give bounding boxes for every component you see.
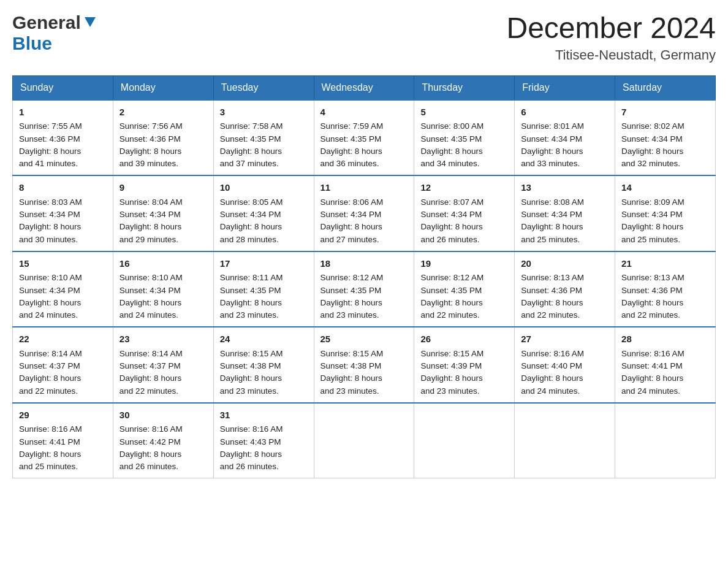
calendar-week-row: 22Sunrise: 8:14 AMSunset: 4:37 PMDayligh… xyxy=(13,327,716,403)
calendar-cell: 30Sunrise: 8:16 AMSunset: 4:42 PMDayligh… xyxy=(113,403,213,478)
calendar-week-row: 8Sunrise: 8:03 AMSunset: 4:34 PMDaylight… xyxy=(13,175,716,251)
day-number: 27 xyxy=(521,332,609,347)
calendar-cell: 26Sunrise: 8:15 AMSunset: 4:39 PMDayligh… xyxy=(414,327,515,403)
calendar-cell: 5Sunrise: 8:00 AMSunset: 4:35 PMDaylight… xyxy=(414,100,515,176)
day-number: 8 xyxy=(19,181,107,195)
day-number: 5 xyxy=(420,105,508,120)
day-number: 23 xyxy=(119,332,207,347)
page-header: General Blue December 2024 Titisee-Neust… xyxy=(12,12,716,63)
logo-general-text: General xyxy=(12,12,81,33)
day-number: 24 xyxy=(220,332,308,347)
calendar-cell: 27Sunrise: 8:16 AMSunset: 4:40 PMDayligh… xyxy=(515,327,615,403)
calendar-cell: 18Sunrise: 8:12 AMSunset: 4:35 PMDayligh… xyxy=(314,251,414,327)
calendar-cell: 4Sunrise: 7:59 AMSunset: 4:35 PMDaylight… xyxy=(314,100,414,176)
calendar-cell xyxy=(314,403,414,478)
calendar-cell: 13Sunrise: 8:08 AMSunset: 4:34 PMDayligh… xyxy=(515,175,615,251)
day-number: 10 xyxy=(220,181,308,195)
location-title: Titisee-Neustadt, Germany xyxy=(506,47,716,63)
day-number: 1 xyxy=(19,105,107,120)
day-number: 7 xyxy=(621,105,709,120)
calendar-header-row: SundayMondayTuesdayWednesdayThursdayFrid… xyxy=(13,75,716,100)
day-number: 14 xyxy=(621,181,709,195)
day-number: 30 xyxy=(119,408,207,423)
calendar-cell xyxy=(615,403,716,478)
calendar-table: SundayMondayTuesdayWednesdayThursdayFrid… xyxy=(12,75,716,479)
svg-marker-0 xyxy=(85,17,96,27)
calendar-header-tuesday: Tuesday xyxy=(213,75,314,100)
calendar-header-sunday: Sunday xyxy=(13,75,113,100)
day-number: 17 xyxy=(220,257,308,271)
calendar-cell: 8Sunrise: 8:03 AMSunset: 4:34 PMDaylight… xyxy=(13,175,113,251)
calendar-week-row: 29Sunrise: 8:16 AMSunset: 4:41 PMDayligh… xyxy=(13,403,716,478)
logo-blue-text: Blue xyxy=(12,33,52,53)
calendar-cell: 14Sunrise: 8:09 AMSunset: 4:34 PMDayligh… xyxy=(615,175,716,251)
day-number: 3 xyxy=(220,105,308,120)
day-number: 9 xyxy=(119,181,207,195)
calendar-cell: 9Sunrise: 8:04 AMSunset: 4:34 PMDaylight… xyxy=(113,175,213,251)
calendar-cell: 25Sunrise: 8:15 AMSunset: 4:38 PMDayligh… xyxy=(314,327,414,403)
calendar-header-wednesday: Wednesday xyxy=(314,75,414,100)
calendar-cell xyxy=(515,403,615,478)
logo-arrow-icon xyxy=(83,15,97,31)
calendar-header-friday: Friday xyxy=(515,75,615,100)
calendar-cell: 3Sunrise: 7:58 AMSunset: 4:35 PMDaylight… xyxy=(213,100,314,176)
day-number: 19 xyxy=(420,257,508,271)
calendar-cell: 15Sunrise: 8:10 AMSunset: 4:34 PMDayligh… xyxy=(13,251,113,327)
day-number: 15 xyxy=(19,257,107,271)
day-number: 18 xyxy=(320,257,408,271)
day-number: 4 xyxy=(320,105,408,120)
title-section: December 2024 Titisee-Neustadt, Germany xyxy=(506,12,716,63)
calendar-cell xyxy=(414,403,515,478)
day-number: 25 xyxy=(320,332,408,347)
day-number: 2 xyxy=(119,105,207,120)
day-number: 26 xyxy=(420,332,508,347)
calendar-cell: 11Sunrise: 8:06 AMSunset: 4:34 PMDayligh… xyxy=(314,175,414,251)
day-number: 28 xyxy=(621,332,709,347)
calendar-cell: 6Sunrise: 8:01 AMSunset: 4:34 PMDaylight… xyxy=(515,100,615,176)
calendar-header-saturday: Saturday xyxy=(615,75,716,100)
day-number: 31 xyxy=(220,408,308,423)
calendar-cell: 10Sunrise: 8:05 AMSunset: 4:34 PMDayligh… xyxy=(213,175,314,251)
logo: General Blue xyxy=(12,12,97,54)
day-number: 11 xyxy=(320,181,408,195)
calendar-cell: 2Sunrise: 7:56 AMSunset: 4:36 PMDaylight… xyxy=(113,100,213,176)
calendar-cell: 29Sunrise: 8:16 AMSunset: 4:41 PMDayligh… xyxy=(13,403,113,478)
day-number: 16 xyxy=(119,257,207,271)
day-number: 12 xyxy=(420,181,508,195)
calendar-cell: 16Sunrise: 8:10 AMSunset: 4:34 PMDayligh… xyxy=(113,251,213,327)
calendar-cell: 31Sunrise: 8:16 AMSunset: 4:43 PMDayligh… xyxy=(213,403,314,478)
day-number: 29 xyxy=(19,408,107,423)
calendar-week-row: 15Sunrise: 8:10 AMSunset: 4:34 PMDayligh… xyxy=(13,251,716,327)
day-number: 6 xyxy=(521,105,609,120)
calendar-cell: 17Sunrise: 8:11 AMSunset: 4:35 PMDayligh… xyxy=(213,251,314,327)
day-number: 21 xyxy=(621,257,709,271)
calendar-cell: 24Sunrise: 8:15 AMSunset: 4:38 PMDayligh… xyxy=(213,327,314,403)
calendar-cell: 28Sunrise: 8:16 AMSunset: 4:41 PMDayligh… xyxy=(615,327,716,403)
calendar-cell: 7Sunrise: 8:02 AMSunset: 4:34 PMDaylight… xyxy=(615,100,716,176)
calendar-cell: 21Sunrise: 8:13 AMSunset: 4:36 PMDayligh… xyxy=(615,251,716,327)
day-number: 22 xyxy=(19,332,107,347)
calendar-cell: 22Sunrise: 8:14 AMSunset: 4:37 PMDayligh… xyxy=(13,327,113,403)
calendar-cell: 23Sunrise: 8:14 AMSunset: 4:37 PMDayligh… xyxy=(113,327,213,403)
calendar-cell: 19Sunrise: 8:12 AMSunset: 4:35 PMDayligh… xyxy=(414,251,515,327)
calendar-cell: 1Sunrise: 7:55 AMSunset: 4:36 PMDaylight… xyxy=(13,100,113,176)
month-title: December 2024 xyxy=(506,12,716,45)
calendar-cell: 20Sunrise: 8:13 AMSunset: 4:36 PMDayligh… xyxy=(515,251,615,327)
day-number: 13 xyxy=(521,181,609,195)
calendar-header-thursday: Thursday xyxy=(414,75,515,100)
calendar-cell: 12Sunrise: 8:07 AMSunset: 4:34 PMDayligh… xyxy=(414,175,515,251)
calendar-week-row: 1Sunrise: 7:55 AMSunset: 4:36 PMDaylight… xyxy=(13,100,716,176)
day-number: 20 xyxy=(521,257,609,271)
calendar-header-monday: Monday xyxy=(113,75,213,100)
